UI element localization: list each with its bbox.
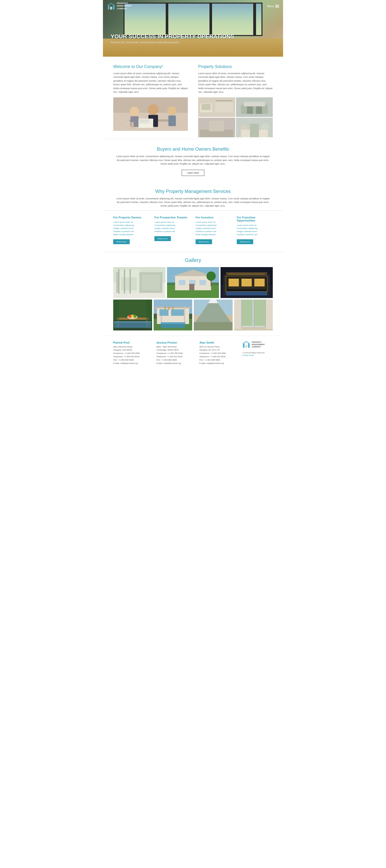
svg-rect-88 xyxy=(171,309,184,316)
list-item[interactable]: Facilisis in pretium nisl xyxy=(154,230,190,232)
svg-rect-86 xyxy=(184,307,185,324)
list-item[interactable]: Lorem ipsum dolor sit xyxy=(196,221,232,223)
svg-rect-99 xyxy=(194,322,233,330)
svg-rect-20 xyxy=(215,102,233,113)
svg-point-74 xyxy=(131,314,134,317)
gallery-photo-7[interactable] xyxy=(234,300,273,331)
svg-rect-10 xyxy=(148,115,158,127)
list-item[interactable]: Consectetur adipiscing xyxy=(237,227,273,229)
gallery-photo-6[interactable] xyxy=(194,300,233,331)
footer-contact-2: Alan Smith 9870 St Vincent Place,Glasgow… xyxy=(200,341,237,365)
list-item[interactable]: Nulla volutpat aliquam xyxy=(113,234,149,236)
list-item[interactable]: Nulla volutpat aliquam xyxy=(196,234,232,236)
service-list-3: Lorem ipsum dolor sit Consectetur adipis… xyxy=(237,224,273,236)
footer-telephone-1: Telephone: +1 800 603 6035 xyxy=(156,355,194,359)
footer-fax-1: FAX: +1 800 889 9898 xyxy=(156,359,194,362)
service-title-1: For Prospective Tenants xyxy=(154,216,190,219)
footer: Patrick Pool 8901 Marmora Road,Glasgow, … xyxy=(103,336,283,370)
svg-rect-7 xyxy=(131,117,138,127)
footer-fax-0: FAX: +1 800 889 9898 xyxy=(113,359,151,362)
read-more-button-3[interactable]: Read more xyxy=(237,239,253,244)
service-list-0: Lorem ipsum dolor sit Consectetur adipis… xyxy=(113,221,149,236)
gallery-photo-1[interactable] xyxy=(113,267,166,298)
hero-section: PROPERTY MANAGEMENT COMPANY Menu YOUR SU… xyxy=(103,0,283,57)
benefits-body: Lorem ipsum dolor sit amet, consectetuer… xyxy=(116,155,270,166)
footer-telephone-0: Telephone: +1 800 603 6035 xyxy=(113,355,151,359)
list-item[interactable]: Facilisis in pretium nisl xyxy=(113,230,149,232)
property-solutions-title: Property Solutions xyxy=(198,64,273,69)
svg-rect-90 xyxy=(161,322,185,323)
read-more-button-2[interactable]: Read more xyxy=(196,239,212,244)
svg-rect-44 xyxy=(130,269,131,293)
menu-button[interactable]: Menu xyxy=(267,5,279,8)
list-item[interactable]: Lorem ipsum dolor sit xyxy=(237,224,273,226)
learn-more-button[interactable]: Learn more xyxy=(182,170,204,176)
svg-rect-26 xyxy=(256,106,262,114)
footer-telephone-2: Telephone: +1 800 603 6035 xyxy=(200,355,237,359)
list-item[interactable]: Integer molestie lorem xyxy=(113,227,149,229)
footer-name-2: Alan Smith xyxy=(200,341,237,344)
gallery-photo-5[interactable] xyxy=(154,300,192,331)
logo-text: PROPERTY MANAGEMENT COMPANY xyxy=(117,2,132,10)
read-more-button-0[interactable]: Read more xyxy=(113,239,130,244)
service-title-3: For Franchise Opportunities xyxy=(237,216,273,222)
footer-freephone-1: Freephone: +1 800 559 6580 xyxy=(156,352,194,355)
list-item[interactable]: Consectetur adipiscing xyxy=(196,224,232,226)
list-item[interactable]: Consectetur adipiscing xyxy=(154,224,190,226)
footer-name-1: Jessica Priston xyxy=(156,341,194,344)
service-col-0: For Property Owners Lorem ipsum dolor si… xyxy=(113,216,149,244)
hamburger-icon xyxy=(275,5,279,7)
svg-rect-5 xyxy=(129,120,172,122)
svg-rect-108 xyxy=(265,300,266,327)
list-item[interactable]: Lorem ipsum dolor sit xyxy=(113,221,149,223)
list-item[interactable]: Facilisis in pretium nisl xyxy=(237,234,273,236)
svg-rect-1 xyxy=(113,5,114,9)
logo: PROPERTY MANAGEMENT COMPANY xyxy=(107,2,132,10)
svg-rect-0 xyxy=(108,5,109,9)
footer-name-0: Patrick Pool xyxy=(113,341,151,344)
gallery-photo-4[interactable] xyxy=(113,300,152,331)
svg-rect-3 xyxy=(113,97,188,131)
footer-email-0: E-Mail: mail@demolink.org xyxy=(113,362,151,365)
svg-point-6 xyxy=(130,106,139,116)
svg-rect-112 xyxy=(243,344,244,348)
svg-rect-19 xyxy=(202,104,210,110)
list-item[interactable]: Integer molestie lorem xyxy=(154,227,190,229)
team-photo xyxy=(113,97,188,131)
svg-rect-79 xyxy=(114,321,151,322)
svg-rect-50 xyxy=(179,280,185,285)
list-item[interactable]: Integer molestie lorem xyxy=(196,227,232,229)
services-grid: For Property Owners Lorem ipsum dolor si… xyxy=(113,216,273,244)
svg-rect-91 xyxy=(165,307,166,310)
footer-address-1: 9863 - 9867 Mill Road,Cambridge, MG09 99… xyxy=(156,345,194,352)
svg-rect-52 xyxy=(200,280,206,285)
svg-rect-110 xyxy=(254,300,265,326)
welcome-col: Welcome to Our Company! Lorem ipsum dolo… xyxy=(113,64,188,131)
read-more-button-1[interactable]: Read more xyxy=(154,236,171,241)
svg-rect-21 xyxy=(216,100,232,101)
list-item[interactable]: Lorem ipsum dolor sit xyxy=(154,221,190,223)
copyright-text: © 2015 All Rights Reserved Privacy Polic… xyxy=(242,351,265,357)
svg-rect-16 xyxy=(139,123,149,123)
svg-rect-106 xyxy=(241,300,242,327)
footer-email-2: E-Mail: mail@demolink.org xyxy=(200,362,237,365)
gallery-photo-2[interactable] xyxy=(167,267,219,298)
svg-rect-24 xyxy=(244,102,265,106)
footer-address-2: 9870 St Vincent Place,Glasgow, DC 45 Fr … xyxy=(200,345,237,352)
gallery-photo-3[interactable] xyxy=(220,267,273,298)
list-item[interactable]: Consectetur adipiscing xyxy=(113,224,149,226)
svg-rect-41 xyxy=(121,277,137,290)
svg-point-73 xyxy=(129,315,132,318)
why-section: Why Property Management Services Lorem i… xyxy=(103,184,283,211)
footer-logo-col: PROPERTY MANAGEMENT COMPANY © 2015 All R… xyxy=(242,341,273,365)
svg-rect-53 xyxy=(189,284,194,290)
services-section: For Property Owners Lorem ipsum dolor si… xyxy=(103,211,283,252)
svg-rect-15 xyxy=(139,121,149,122)
hero-title: YOUR SUCCESS IN PROPERTY OPERATIONS xyxy=(111,33,275,40)
list-item[interactable]: Integer molestie lorem xyxy=(237,230,273,232)
svg-rect-78 xyxy=(114,321,151,328)
prop-photo-1 xyxy=(198,97,235,117)
footer-freephone-0: Freephone: +1 800 559 6580 xyxy=(113,352,151,355)
svg-rect-104 xyxy=(266,300,273,329)
list-item[interactable]: Facilisis in pretium nisl xyxy=(196,230,232,232)
